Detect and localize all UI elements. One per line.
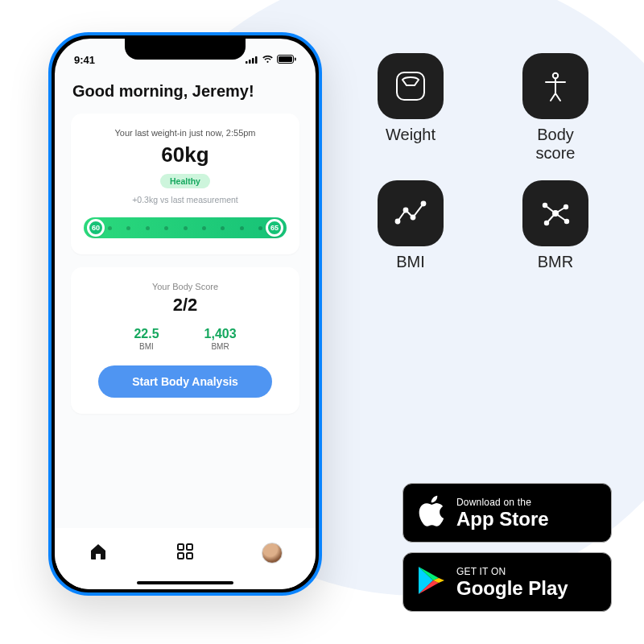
tab-home[interactable]: [74, 542, 122, 564]
bmi-icon: [378, 180, 444, 246]
store-badges: Download on the App Store GET IT ON Goog…: [402, 483, 612, 612]
svg-rect-3: [255, 56, 258, 64]
svg-point-16: [422, 202, 426, 206]
body-score-card: Your Body Score 2/2 22.5 BMI 1,403 BMR: [71, 267, 299, 414]
google-play-top: GET IT ON: [456, 566, 568, 577]
range-max: 65: [266, 219, 283, 237]
wifi-icon: [262, 54, 274, 66]
phone-mockup: 9:41 Good morning, Jeremy!: [48, 32, 322, 596]
svg-rect-1: [249, 60, 251, 64]
svg-point-13: [396, 220, 400, 224]
weight-delta: +0.3kg vs last measurement: [84, 195, 287, 204]
svg-point-14: [404, 208, 408, 213]
bmr-metric: 1,403 BMR: [204, 327, 237, 351]
avatar: [262, 543, 283, 564]
cellular-icon: [246, 54, 258, 66]
weight-value: 60kg: [84, 142, 287, 167]
bmr-label: BMR: [204, 342, 237, 351]
tab-apps[interactable]: [161, 542, 209, 564]
svg-rect-2: [252, 58, 254, 64]
body-score-icon: [522, 53, 588, 119]
feature-bmi-label: BMI: [362, 253, 459, 271]
svg-rect-7: [178, 544, 184, 550]
range-ticks: [108, 217, 262, 238]
weight-scale-icon: [378, 53, 444, 119]
svg-rect-8: [187, 544, 192, 550]
app-store-bottom: App Store: [456, 510, 549, 529]
svg-rect-0: [246, 61, 248, 64]
weight-subtitle: Your last weight-in just now, 2:55pm: [84, 128, 287, 138]
svg-point-12: [553, 73, 558, 78]
bmi-label: BMI: [134, 342, 159, 351]
svg-point-19: [564, 205, 568, 208]
svg-rect-6: [295, 57, 296, 60]
tab-profile[interactable]: [248, 543, 296, 564]
home-indicator: [137, 581, 233, 584]
start-analysis-button[interactable]: Start Body Analysis: [98, 365, 273, 398]
bmr-icon: [522, 180, 588, 246]
statusbar-time: 9:41: [74, 54, 95, 66]
feature-bmr: BMR: [507, 180, 604, 271]
body-score-value: 2/2: [84, 295, 287, 316]
status-badge: Healthy: [160, 174, 210, 188]
feature-weight: Weight: [362, 53, 459, 163]
svg-point-18: [543, 204, 547, 207]
weight-card: Your last weight-in just now, 2:55pm 60k…: [71, 114, 299, 254]
range-min: 60: [87, 219, 105, 237]
google-play-icon: [416, 565, 445, 599]
svg-point-21: [565, 220, 568, 223]
body-score-subtitle: Your Body Score: [84, 282, 287, 291]
google-play-bottom: Google Play: [456, 579, 568, 598]
svg-point-15: [411, 216, 415, 220]
apple-icon: [416, 494, 445, 531]
features-grid: Weight Body score BMI BMR: [362, 53, 604, 271]
battery-icon: [277, 54, 296, 66]
grid-icon: [175, 542, 195, 564]
feature-weight-label: Weight: [362, 126, 459, 144]
feature-body-score: Body score: [507, 53, 604, 163]
app-store-badge[interactable]: Download on the App Store: [402, 483, 612, 543]
svg-rect-9: [178, 553, 184, 559]
weight-range-slider[interactable]: 60 65: [84, 217, 287, 238]
app-store-top: Download on the: [456, 497, 549, 508]
feature-body-score-label: Body score: [507, 126, 604, 163]
bmi-metric: 22.5 BMI: [134, 327, 159, 351]
google-play-badge[interactable]: GET IT ON Google Play: [402, 552, 612, 612]
svg-point-20: [545, 221, 548, 225]
svg-rect-5: [279, 56, 292, 62]
svg-rect-10: [187, 553, 192, 559]
home-icon: [89, 542, 108, 564]
phone-notch: [125, 39, 246, 60]
tab-bar: [55, 528, 316, 589]
bmi-value: 22.5: [134, 327, 159, 341]
feature-bmi: BMI: [362, 180, 459, 271]
bmr-value: 1,403: [204, 327, 237, 341]
page-title: Good morning, Jeremy!: [72, 82, 299, 101]
feature-bmr-label: BMR: [507, 253, 604, 271]
